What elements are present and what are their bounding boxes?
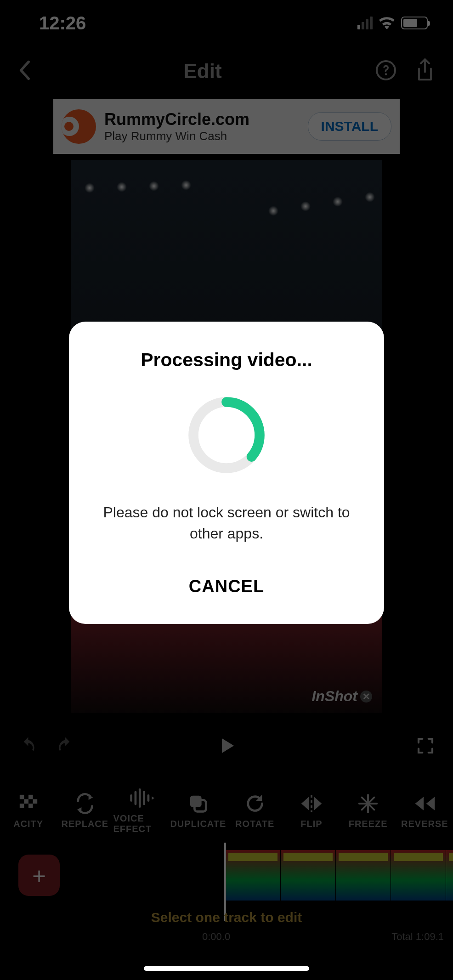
modal-message: Please do not lock screen or switch to o…	[87, 502, 366, 544]
home-indicator[interactable]	[144, 966, 309, 971]
cancel-button[interactable]: CANCEL	[87, 577, 366, 596]
progress-spinner-icon	[185, 394, 268, 476]
processing-modal: Processing video... Please do not lock s…	[69, 322, 384, 624]
modal-title: Processing video...	[87, 349, 366, 371]
